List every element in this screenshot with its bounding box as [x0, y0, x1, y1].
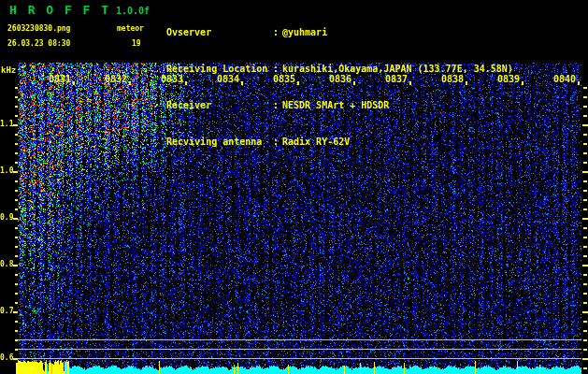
freq-tick-label: 0.8 [0, 260, 12, 268]
time-label: 0835 [272, 74, 295, 84]
mode-label: meteor [117, 24, 144, 33]
hrofft-window: H R O F F T 1.0.0f 2603230830.png meteor… [0, 0, 588, 374]
info-label: Recviving antenna [166, 136, 273, 148]
time-label: 0837 [384, 74, 408, 84]
info-label: Ovserver [166, 26, 273, 38]
info-separator: : [273, 136, 282, 148]
time-label: 0840 [552, 74, 576, 84]
info-label: Receiver [166, 99, 273, 111]
time-label: 0838 [440, 74, 464, 84]
info-separator: : [273, 99, 282, 111]
time-label: 0836 [328, 74, 351, 84]
freq-tick-label: 1.0 [0, 166, 12, 175]
observer-info-block: Ovserver : @yuhmari Receiving Location :… [166, 2, 513, 172]
info-value: Radix RY-62V [282, 136, 350, 148]
freq-tick-label: 0.9 [0, 213, 12, 222]
app-title: H R O F F T [9, 3, 110, 17]
datetime-label: 26.03.23 08:30 [7, 39, 70, 48]
echo-count: 19 [132, 39, 141, 48]
output-filename: 2603230830.png [7, 24, 70, 33]
info-value: NESDR SMArt + HDSDR [282, 99, 389, 111]
info-value: @yuhmari [282, 26, 327, 38]
time-label: 0832 [104, 74, 127, 84]
time-label: 0831 [48, 74, 71, 84]
info-separator: : [273, 26, 282, 38]
info-row-receiver: Receiver : NESDR SMArt + HDSDR [166, 99, 513, 111]
time-label: 0834 [216, 74, 239, 84]
freq-tick-label: 1.1 [0, 120, 12, 128]
info-row-antenna: Recviving antenna : Radix RY-62V [166, 136, 513, 148]
info-row-observer: Ovserver : @yuhmari [166, 26, 513, 38]
time-label: 0833 [160, 74, 183, 84]
app-version: 1.0.0f [116, 6, 150, 16]
freq-tick-label: 0.7 [0, 307, 12, 315]
freq-axis-unit-label: kHz [1, 65, 16, 75]
time-label: 0839 [496, 74, 520, 84]
freq-tick-label: 0.6 [0, 353, 12, 362]
